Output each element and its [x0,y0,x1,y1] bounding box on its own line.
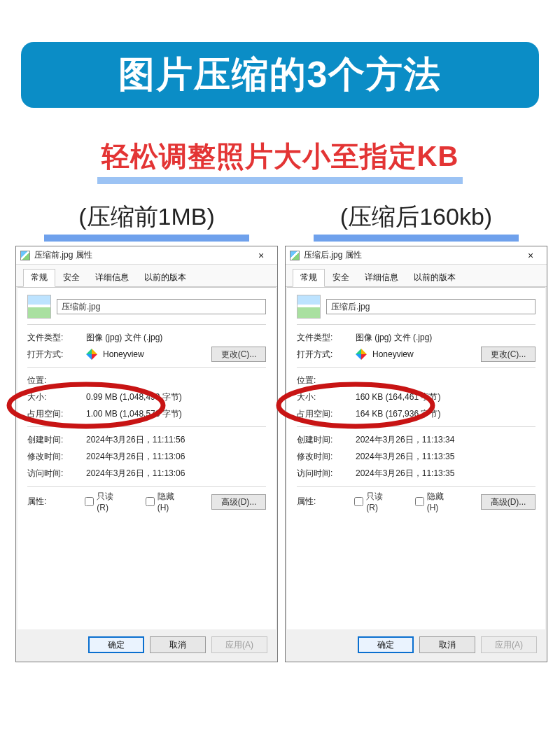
disk-label: 占用空间: [27,408,80,420]
tab-details[interactable]: 详细信息 [357,269,406,287]
change-button[interactable]: 更改(C)... [481,347,536,362]
open-value: Honeyview [103,349,206,359]
modified-value: 2024年3月26日，11:13:06 [86,451,266,463]
attrs-label: 属性: [297,496,349,508]
open-label: 打开方式: [27,349,80,361]
before-heading: (压缩前1MB) [15,201,278,233]
type-value: 图像 (jpg) 文件 (.jpg) [356,332,536,344]
created-label: 创建时间: [27,434,80,446]
before-column: (压缩前1MB) 压缩前.jpg 属性 × 常规 安全 详细信息 以前的版本 压… [15,201,278,662]
ok-button[interactable]: 确定 [88,636,144,653]
advanced-button[interactable]: 高级(D)... [481,494,536,510]
created-value: 2024年3月26日，11:11:56 [86,434,266,446]
tab-previous[interactable]: 以前的版本 [406,269,463,287]
type-label: 文件类型: [297,332,350,344]
after-underline [314,235,519,242]
open-label: 打开方式: [297,349,350,361]
advanced-button[interactable]: 高级(D)... [211,494,266,510]
thumbnail-icon [297,295,321,319]
size-label: 大小: [297,391,350,403]
dialog-body: 压缩后.jpg 文件类型: 图像 (jpg) 文件 (.jpg) 打开方式: H… [287,287,545,629]
location-label: 位置: [27,375,80,386]
hidden-checkbox[interactable]: 隐藏(H) [146,491,185,512]
readonly-checkbox[interactable]: 只读(R) [85,491,124,512]
size-value: 160 KB (164,461 字节) [356,391,536,403]
location-label: 位置: [297,375,350,386]
tab-details[interactable]: 详细信息 [88,269,136,287]
subtitle-text: 轻松调整照片大小至指定KB [97,137,463,184]
type-value: 图像 (jpg) 文件 (.jpg) [86,332,266,344]
created-value: 2024年3月26日，11:13:34 [356,434,536,446]
accessed-value: 2024年3月26日，11:13:35 [356,468,536,480]
tab-security[interactable]: 安全 [325,269,357,287]
type-label: 文件类型: [27,332,80,344]
apply-button[interactable]: 应用(A) [211,636,267,653]
tab-security[interactable]: 安全 [55,269,88,287]
open-value: Honeyview [372,349,475,359]
hidden-checkbox[interactable]: 隐藏(H) [415,491,454,512]
tab-bar: 常规 安全 详细信息 以前的版本 [16,265,277,287]
tab-bar: 常规 安全 详细信息 以前的版本 [286,265,547,287]
close-icon[interactable]: × [249,249,273,263]
modified-label: 修改时间: [27,451,80,463]
before-underline [44,235,249,242]
thumbnail-icon [27,295,51,319]
dialog-title: 压缩后.jpg 属性 [304,249,514,261]
honeyview-icon [356,349,367,360]
modified-value: 2024年3月26日，11:13:35 [356,451,536,463]
tab-general[interactable]: 常规 [293,269,325,287]
properties-dialog-before: 压缩前.jpg 属性 × 常规 安全 详细信息 以前的版本 压缩前.jpg 文件… [15,246,278,662]
after-heading: (压缩后160kb) [285,201,547,233]
modified-label: 修改时间: [297,451,350,463]
filename-input[interactable]: 压缩前.jpg [57,299,266,314]
attrs-label: 属性: [27,496,79,508]
disk-value: 164 KB (167,936 字节) [356,408,536,420]
tab-general[interactable]: 常规 [23,269,55,287]
title-banner: 图片压缩的3个方法 [21,42,539,108]
size-value: 0.99 MB (1,048,499 字节) [86,391,266,403]
properties-dialog-after: 压缩后.jpg 属性 × 常规 安全 详细信息 以前的版本 压缩后.jpg 文件… [285,246,547,662]
honeyview-icon [86,349,97,360]
apply-button[interactable]: 应用(A) [481,636,537,653]
accessed-value: 2024年3月26日，11:13:06 [86,468,266,480]
ok-button[interactable]: 确定 [358,636,414,653]
dialog-body: 压缩前.jpg 文件类型: 图像 (jpg) 文件 (.jpg) 打开方式: H… [18,287,276,629]
title-text: 图片压缩的3个方法 [118,54,442,95]
size-label: 大小: [27,391,80,403]
titlebar[interactable]: 压缩后.jpg 属性 × [286,246,547,265]
dialog-footer: 确定 取消 应用(A) [16,629,277,662]
dialog-title: 压缩前.jpg 属性 [34,249,245,261]
change-button[interactable]: 更改(C)... [211,347,266,362]
dialog-footer: 确定 取消 应用(A) [286,629,547,662]
file-icon [290,251,300,260]
disk-value: 1.00 MB (1,048,576 字节) [86,408,266,420]
cancel-button[interactable]: 取消 [150,636,206,653]
readonly-checkbox[interactable]: 只读(R) [354,491,393,512]
close-icon[interactable]: × [519,249,542,263]
after-column: (压缩后160kb) 压缩后.jpg 属性 × 常规 安全 详细信息 以前的版本… [285,201,547,662]
tab-previous[interactable]: 以前的版本 [136,269,194,287]
filename-input[interactable]: 压缩后.jpg [326,299,536,314]
accessed-label: 访问时间: [27,468,80,480]
cancel-button[interactable]: 取消 [419,636,475,653]
disk-label: 占用空间: [297,408,350,420]
accessed-label: 访问时间: [297,468,350,480]
created-label: 创建时间: [297,434,350,446]
titlebar[interactable]: 压缩前.jpg 属性 × [16,246,277,265]
file-icon [20,251,30,260]
